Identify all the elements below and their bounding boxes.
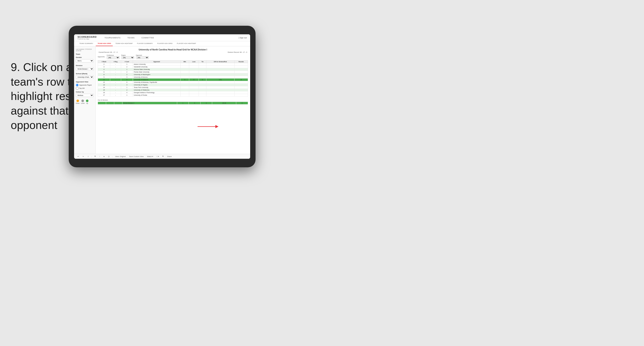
nav-teams[interactable]: TEAMS — [126, 36, 136, 40]
table-row[interactable]: 2-1Auburn University — [98, 63, 248, 66]
table-row[interactable]: 4-1Arizona State University — [98, 68, 248, 71]
out-of-div-row[interactable]: NCAA Division II 1 0 0 26.00 3 — [98, 102, 248, 104]
tab-team-h2h-grid[interactable]: TEAM H2H GRID — [96, 41, 113, 46]
legend-up-dot — [86, 99, 88, 102]
ood-win: 1 — [177, 102, 189, 104]
legend-level-dot — [82, 99, 84, 102]
col-diff: Diff Av Strokes/Rnd — [206, 60, 234, 63]
sidebar-colour-label: Colour by — [76, 91, 94, 93]
up-btn[interactable]: ↑ — [98, 155, 101, 158]
share-btn[interactable]: Share — [166, 155, 172, 158]
ood-rank — [98, 102, 106, 104]
logo-sub: Powered by clippi — [78, 38, 97, 40]
table-row[interactable]: 15-2University of Oklahoma — [98, 89, 248, 91]
view-original-btn[interactable]: View: Original — [114, 155, 126, 158]
logo-scoreboard: SCOREBOARD — [78, 36, 97, 38]
opponent-filter: Opponent (All) — [136, 54, 149, 59]
table-row[interactable]: 14-1Texas Tech University — [98, 86, 248, 89]
bottom-toolbar: ↩ ↪ ⤸ | ⧉ ↑ ● ◷ | View: Original Save Cu… — [74, 154, 250, 159]
col-loss: Loss — [189, 60, 199, 63]
table-row[interactable]: 12-6University of Arkansas, Fayetteville — [98, 81, 248, 84]
h2h-table: # Rank # Reg # Conf Opponent Win Loss Ti… — [98, 60, 248, 96]
legend: Down Level Up — [76, 99, 94, 104]
out-of-div-table: NCAA Division II 1 0 0 26.00 3 — [98, 102, 248, 104]
out-of-div-label: Out of division — [98, 99, 248, 101]
table-row[interactable]: 6-2Florida State University — [98, 71, 248, 73]
region-select[interactable]: (All) — [121, 56, 134, 59]
refresh-btn[interactable]: ⤸ — [86, 155, 90, 158]
opponent-select[interactable]: (All) — [136, 56, 149, 59]
sidebar-school-label: School (Rank) — [76, 73, 94, 75]
copy2-btn[interactable]: ⧉ — [162, 155, 164, 158]
legend-up-label: Up — [86, 102, 88, 104]
grid-area: University of North Carolina Head-to-Hea… — [96, 46, 250, 154]
radio-top100[interactable]: Top 100 — [76, 87, 94, 90]
col-opponent: Opponent — [133, 60, 180, 63]
tablet-screen: SCOREBOARD Powered by clippi TOURNAMENTS… — [74, 34, 250, 159]
overall-record: Overall Record: 89 - 17 - 0 — [98, 51, 118, 53]
print-btn[interactable]: □ ▾ — [156, 155, 160, 158]
division-select[interactable]: NCAA Division I — [76, 67, 94, 70]
conference-label: Conference — [107, 54, 120, 56]
colour-select[interactable]: Win/loss — [76, 94, 94, 97]
tab-team-summary[interactable]: TEAM SUMMARY — [78, 41, 95, 46]
radio-opponents-played[interactable]: Opponents Played — [76, 84, 94, 86]
redo-btn[interactable]: ↪ — [82, 155, 85, 158]
gender-select[interactable]: Men's — [76, 59, 94, 62]
sidebar-opponent-view-label: Opponent View — [76, 81, 94, 83]
conference-filter: Conference (All) — [107, 54, 120, 59]
copy-btn[interactable]: ⧉ — [94, 155, 97, 158]
ood-name: NCAA Division II — [122, 102, 177, 104]
ood-reg — [106, 102, 114, 104]
opponents-label: Opponents: — [98, 56, 105, 57]
grid-title: University of North Carolina Head-to-Hea… — [98, 48, 248, 51]
legend-down-label: Down — [76, 102, 80, 104]
opponent-label: Opponent — [136, 54, 149, 56]
ood-tie: 0 — [200, 102, 212, 104]
col-win: Win — [180, 60, 189, 63]
save-custom-view-btn[interactable]: Save Custom View — [128, 155, 144, 158]
ood-loss: 0 — [189, 102, 200, 104]
col-rank: # Rank — [98, 60, 110, 63]
sign-out[interactable]: | Sign out — [238, 37, 247, 39]
sep2: | — [112, 156, 112, 157]
grid-records: Overall Record: 89 - 17 - 0 Division Rec… — [98, 51, 248, 53]
table-row[interactable]: 9-3University of Arizona — [98, 76, 248, 78]
nav-committee[interactable]: COMMITTEE — [140, 36, 156, 40]
sidebar-timestamp: Last Updated: 27/03/2024 16:55:38 — [76, 48, 94, 51]
clock-btn[interactable]: ◷ — [107, 155, 110, 158]
table-row[interactable]: 3-2Vanderbilt University — [98, 66, 248, 68]
sidebar-gender-label: Gender — [76, 56, 94, 58]
top-nav: SCOREBOARD Powered by clippi TOURNAMENTS… — [74, 34, 250, 41]
logo-area: SCOREBOARD Powered by clippi — [78, 36, 97, 40]
region-label: Region — [121, 54, 134, 56]
undo-btn[interactable]: ↩ — [77, 155, 80, 158]
col-tie: Tie — [199, 60, 206, 63]
school-select[interactable]: University of Nort... — [76, 75, 94, 79]
filters-row: Opponents: Conference (All) Region (All) — [98, 54, 248, 59]
tablet-frame: SCOREBOARD Powered by clippi TOURNAMENTS… — [69, 26, 256, 167]
tab-player-h2h-grid[interactable]: PLAYER H2H GRID — [156, 41, 174, 46]
table-row[interactable]: 13-3University of Virginia — [98, 84, 248, 86]
watch-btn[interactable]: Watch ▾ — [146, 155, 154, 158]
col-rounds: Rounds — [234, 60, 248, 63]
tab-player-h2h-heatmap[interactable]: PLAYER H2H HEATMAP — [175, 41, 198, 46]
ood-conf — [114, 102, 122, 104]
tab-team-h2h-heatmap[interactable]: TEAM H2H HEATMAP — [114, 41, 134, 46]
table-row[interactable]: 16-4Georgia Institute of Technology — [98, 91, 248, 94]
nav-tournaments[interactable]: TOURNAMENTS — [103, 36, 122, 40]
col-conf: # Conf — [121, 60, 133, 63]
table-row[interactable]: 17-1University of Florida — [98, 94, 248, 96]
table-row[interactable]: 8-2University of Washington — [98, 73, 248, 76]
division-record: Division Record: 88 - 17 - 0 — [228, 51, 247, 53]
conference-select[interactable]: (All) — [107, 56, 120, 59]
col-reg: # Reg — [110, 60, 121, 63]
dot-btn[interactable]: ● — [103, 155, 106, 158]
tab-player-summary[interactable]: PLAYER SUMMARY — [135, 41, 154, 46]
ood-rounds: 3 — [236, 102, 248, 104]
step-number: 9. — [11, 61, 20, 73]
main-content: Last Updated: 27/03/2024 16:55:38 Team G… — [74, 46, 250, 154]
table-row[interactable]: 11-5University of Alabama3002.618 — [98, 78, 248, 81]
sub-nav: TEAM SUMMARY TEAM H2H GRID TEAM H2H HEAT… — [74, 41, 250, 46]
out-of-division: Out of division NCAA Division II 1 0 0 — [98, 99, 248, 104]
